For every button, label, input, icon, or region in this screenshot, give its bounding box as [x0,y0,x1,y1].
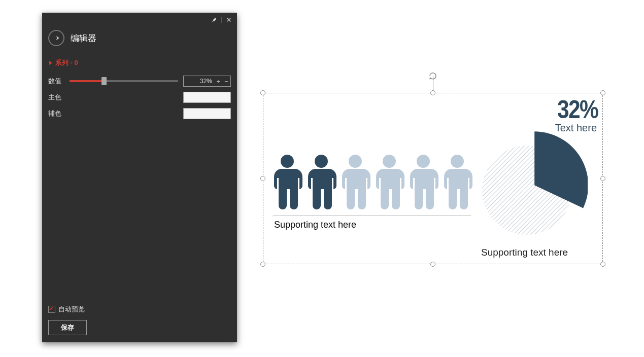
spinner-plus-button[interactable]: + [214,76,222,86]
person-icon [407,154,439,209]
resize-handle-mb[interactable] [430,262,435,267]
close-icon[interactable] [225,16,233,24]
accent-color-row: 辅色 [48,108,231,119]
svg-point-4 [417,155,430,168]
person-icon [271,154,303,209]
person-icon [339,154,371,209]
value-spinner-value: 32% [184,78,214,85]
percentage-value: 32% [557,95,598,124]
svg-point-2 [349,155,362,168]
panel-body: 系列 - 0 数值 32% + − 主色 辅色 [42,51,237,128]
main-color-label: 主色 [48,93,64,102]
people-divider [273,215,471,216]
auto-preview-checkbox[interactable] [48,306,55,313]
panel-header: 编辑器 [42,25,237,51]
slider-thumb[interactable] [101,77,107,85]
resize-handle-ml[interactable] [260,176,265,181]
rotate-handle-icon[interactable] [428,72,437,81]
svg-point-3 [383,155,396,168]
auto-preview-row[interactable]: 自动预览 [48,305,231,314]
person-icon [373,154,405,209]
editor-panel: 编辑器 系列 - 0 数值 32% + − 主色 辅色 [42,13,237,342]
panel-footer: 自动预览 保存 [48,305,231,335]
accent-color-well[interactable] [183,108,231,119]
value-label: 数值 [48,77,64,86]
accent-color-label: 辅色 [48,109,64,118]
resize-handle-mt[interactable] [430,90,435,95]
person-icon [305,154,337,209]
value-field-row: 数值 32% + − [48,76,231,87]
panel-titlebar [42,13,237,25]
slider-fill [70,80,104,82]
auto-preview-label: 自动预览 [58,305,85,314]
panel-title: 编辑器 [71,32,96,44]
supporting-text-right: Supporting text here [481,247,568,258]
titlebar-divider [221,17,222,23]
series-header[interactable]: 系列 - 0 [48,55,231,70]
main-color-well[interactable] [183,92,231,103]
pin-icon[interactable] [210,16,218,24]
svg-point-5 [451,155,464,168]
value-slider[interactable] [70,80,178,82]
person-icon [441,154,473,209]
value-spinner: 32% + − [183,76,231,87]
resize-handle-br[interactable] [600,262,605,267]
resize-handle-mr[interactable] [600,176,605,181]
spinner-minus-button[interactable]: − [222,76,230,86]
svg-point-0 [281,155,294,168]
resize-handle-tr[interactable] [600,90,605,95]
people-pictogram-row [271,154,473,209]
canvas-object[interactable]: 32% Text here Supporting text here Suppo… [263,93,603,264]
resize-handle-tl[interactable] [260,90,265,95]
series-label: 系列 - 0 [55,58,78,67]
resize-handle-bl[interactable] [260,262,265,267]
svg-point-1 [315,155,328,168]
back-button[interactable] [48,30,64,46]
pie-chart [476,129,588,241]
main-color-row: 主色 [48,92,231,103]
save-button[interactable]: 保存 [48,320,87,335]
supporting-text-left: Supporting text here [274,220,356,230]
